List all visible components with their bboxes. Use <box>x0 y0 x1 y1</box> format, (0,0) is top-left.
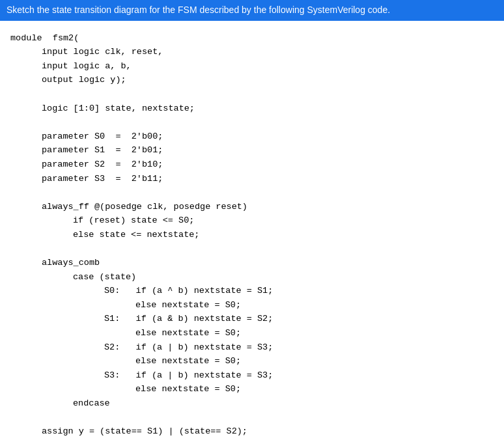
empty-5 <box>10 411 494 425</box>
code-line-16: else nextstate = S0; <box>10 298 494 312</box>
code-line-22: else nextstate = S0; <box>10 382 494 396</box>
code-line-13: always_comb <box>10 256 494 270</box>
empty-1 <box>10 87 494 102</box>
empty-6 <box>10 439 494 442</box>
empty-2 <box>10 115 494 130</box>
code-line-6: parameter S0 = 2'b00; <box>10 130 494 144</box>
code-line-11: if (reset) state <= S0; <box>10 214 494 228</box>
code-line-12: else state <= nextstate; <box>10 228 494 242</box>
code-line-14: case (state) <box>10 270 494 284</box>
code-line-18: else nextstate = S0; <box>10 326 494 340</box>
empty-3 <box>10 186 494 200</box>
code-block: module fsm2( input logic clk, reset, inp… <box>0 31 504 442</box>
code-line-2: input logic clk, reset, <box>10 45 494 59</box>
code-line-10: always_ff @(posedge clk, posedge reset) <box>10 200 494 214</box>
code-line-24: assign y = (state== S1) | (state== S2); <box>10 424 494 439</box>
header-text: Sketch the state transition diagram for … <box>0 0 504 21</box>
code-line-9: parameter S3 = 2'b11; <box>10 172 494 186</box>
code-line-5: logic [1:0] state, nextstate; <box>10 102 494 116</box>
code-line-20: else nextstate = S0; <box>10 354 494 368</box>
code-line-19: S2: if (a | b) nextstate = S3; <box>10 340 494 355</box>
code-line-15: S0: if (a ^ b) nextstate = S1; <box>10 284 494 298</box>
code-line-4: output logic y); <box>10 73 494 87</box>
empty-4 <box>10 242 494 256</box>
code-line-23: endcase <box>10 396 494 411</box>
code-line-17: S1: if (a & b) nextstate = S2; <box>10 312 494 326</box>
code-line-8: parameter S2 = 2'b10; <box>10 158 494 172</box>
code-line-3: input logic a, b, <box>10 59 494 74</box>
code-line-1: module fsm2( <box>10 31 494 46</box>
code-line-21: S3: if (a | b) nextstate = S3; <box>10 368 494 383</box>
code-line-7: parameter S1 = 2'b01; <box>10 143 494 158</box>
page-container: Sketch the state transition diagram for … <box>0 0 504 442</box>
